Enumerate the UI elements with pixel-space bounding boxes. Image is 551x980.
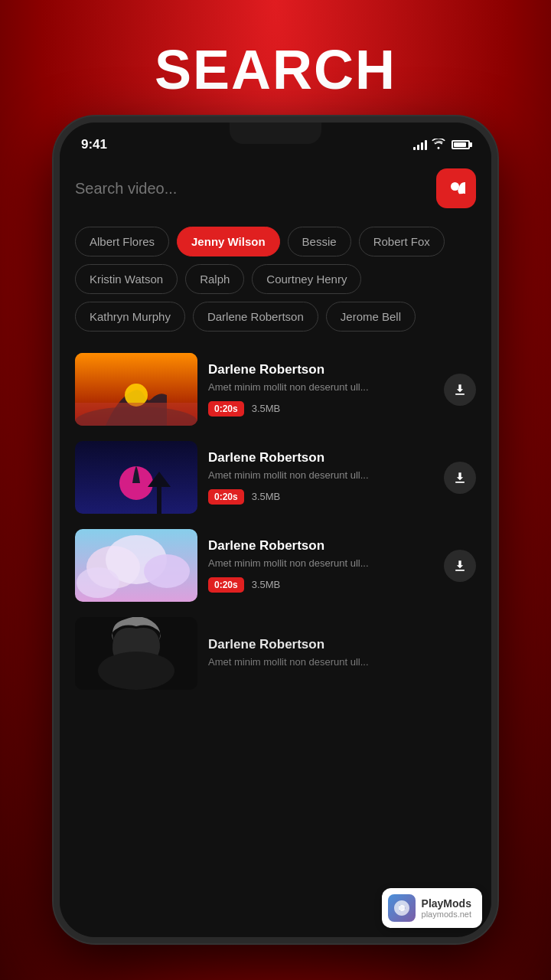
duration-badge: 0:20s: [208, 577, 244, 593]
tag-kathryn-murphy[interactable]: Kathryn Murphy: [75, 302, 185, 332]
status-time: 9:41: [81, 137, 107, 152]
playmods-badge[interactable]: PlayMods playmods.net: [382, 888, 482, 928]
playmods-icon: [388, 894, 416, 922]
tag-bessie[interactable]: Bessie: [288, 227, 351, 256]
video-item[interactable]: Darlene Robertson Amet minim mollit non …: [60, 433, 491, 521]
file-size: 3.5MB: [252, 403, 281, 414]
signal-icon: [413, 139, 427, 150]
video-title: Darlene Robertson: [208, 538, 433, 554]
svg-rect-3: [75, 403, 197, 426]
svg-point-13: [98, 652, 174, 690]
file-size: 3.5MB: [252, 491, 281, 502]
video-meta: 0:20s 3.5MB: [208, 489, 433, 505]
tag-albert-flores[interactable]: Albert Flores: [75, 227, 169, 256]
video-item[interactable]: Darlene Robertson Amet minim mollit non …: [60, 521, 491, 609]
video-thumbnail: [75, 353, 197, 426]
video-info: Darlene Robertson Amet minim mollit non …: [208, 450, 433, 504]
tag-robert-fox[interactable]: Robert Fox: [359, 227, 445, 256]
tag-kristin-watson[interactable]: Kristin Watson: [75, 264, 178, 294]
video-item[interactable]: Darlene Robertson Amet minim mollit non …: [60, 345, 491, 433]
svg-rect-6: [157, 487, 161, 514]
video-title: Darlene Robertson: [208, 637, 476, 652]
tag-jerome-bell[interactable]: Jerome Bell: [326, 302, 416, 332]
search-input[interactable]: [75, 180, 427, 198]
video-description: Amet minim mollit non deserunt ull...: [208, 381, 433, 394]
video-thumbnail: [75, 529, 197, 602]
video-info: Darlene Robertson Amet minim mollit non …: [208, 362, 433, 416]
volume-down-button: [54, 299, 56, 345]
phone-device: 9:41: [54, 116, 497, 943]
status-icons: [413, 139, 470, 152]
power-button: [495, 260, 497, 329]
search-icon: [447, 179, 465, 198]
phone-screen: 9:41: [60, 122, 491, 937]
download-button[interactable]: [444, 462, 476, 494]
battery-icon: [452, 140, 470, 149]
video-title: Darlene Robertson: [208, 362, 433, 377]
video-description: Amet minim mollit non deserunt ull...: [208, 469, 433, 482]
volume-up-button: [54, 237, 56, 283]
playmods-text: PlayMods playmods.net: [422, 897, 471, 919]
video-thumbnail: [75, 617, 197, 690]
search-bar[interactable]: [60, 156, 491, 220]
tag-courtney-henry[interactable]: Courtney Henry: [252, 264, 361, 294]
video-info: Darlene Robertson Amet minim mollit non …: [208, 538, 433, 592]
tag-jenny-wilson[interactable]: Jenny Wilson: [177, 227, 280, 256]
tag-ralph[interactable]: Ralph: [185, 264, 244, 294]
video-description: Amet minim mollit non deserunt ull...: [208, 655, 476, 669]
download-button[interactable]: [444, 374, 476, 406]
video-item[interactable]: Darlene Robertson Amet minim mollit non …: [60, 609, 491, 697]
video-thumbnail: [75, 441, 197, 514]
video-list: Darlene Robertson Amet minim mollit non …: [60, 338, 491, 937]
video-title: Darlene Robertson: [208, 450, 433, 466]
download-button[interactable]: [444, 550, 476, 582]
video-meta: 0:20s 3.5MB: [208, 577, 433, 593]
wifi-icon: [432, 139, 445, 152]
video-info: Darlene Robertson Amet minim mollit non …: [208, 637, 476, 669]
tags-container: Albert Flores Jenny Wilson Bessie Robert…: [60, 220, 491, 338]
download-icon: [452, 558, 468, 573]
page-title: SEARCH: [155, 38, 396, 101]
search-button[interactable]: [436, 168, 476, 208]
playmods-url: playmods.net: [422, 910, 471, 919]
video-description: Amet minim mollit non deserunt ull...: [208, 557, 433, 570]
download-icon: [452, 382, 468, 397]
duration-badge: 0:20s: [208, 401, 244, 416]
duration-badge: 0:20s: [208, 489, 244, 505]
download-icon: [452, 470, 468, 485]
video-meta: 0:20s 3.5MB: [208, 401, 433, 416]
playmods-name: PlayMods: [422, 897, 471, 910]
file-size: 3.5MB: [252, 579, 281, 590]
svg-point-10: [144, 554, 190, 588]
tag-darlene-robertson[interactable]: Darlene Robertson: [193, 302, 318, 332]
status-bar: 9:41: [60, 122, 491, 156]
svg-point-11: [77, 567, 119, 598]
